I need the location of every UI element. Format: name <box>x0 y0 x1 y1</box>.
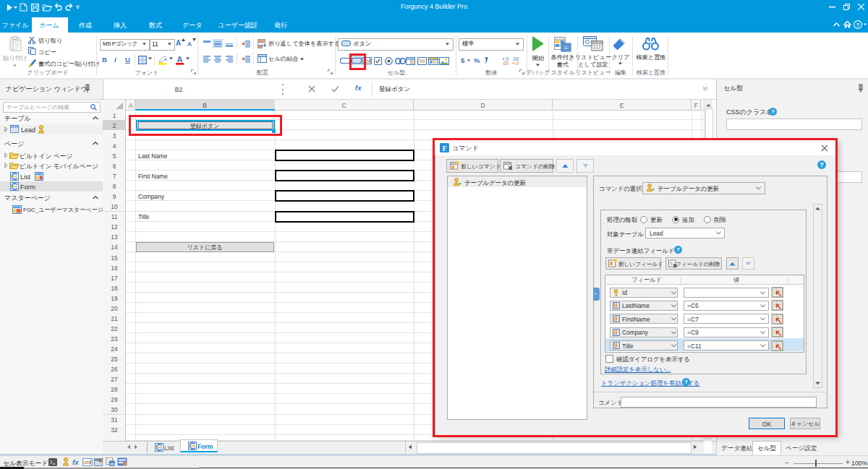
svg-text:99: 99 <box>420 59 425 64</box>
svg-text:.00: .00 <box>502 61 509 65</box>
svg-text:?: ? <box>856 22 860 28</box>
svg-text:db: db <box>110 462 115 466</box>
svg-text:+.0: +.0 <box>512 61 519 65</box>
svg-text:≤: ≤ <box>565 45 568 50</box>
svg-text:ab: ab <box>84 460 90 465</box>
svg-text:A: A <box>177 55 183 64</box>
